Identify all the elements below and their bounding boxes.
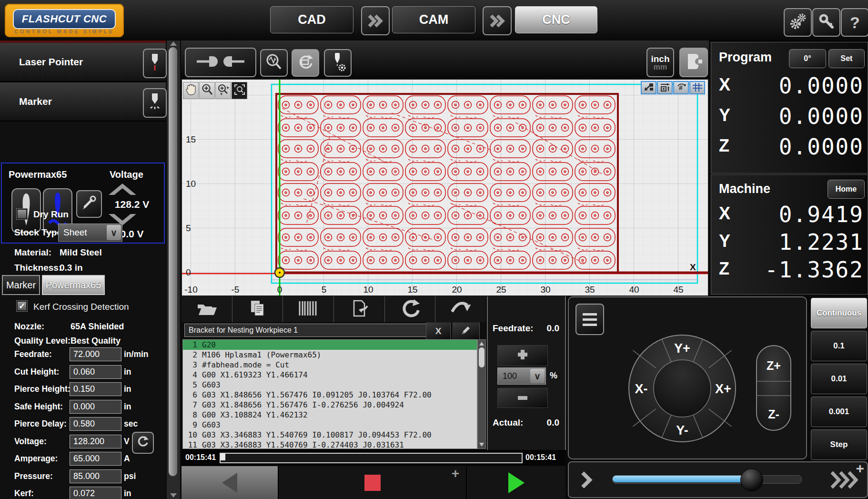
unit-toggle-button[interactable]: inch mm bbox=[646, 48, 674, 77]
jog-x-minus[interactable]: X- bbox=[635, 382, 648, 396]
jog-x-plus[interactable]: X+ bbox=[715, 382, 731, 396]
step-back-button[interactable] bbox=[182, 466, 278, 499]
pierce-delay-field[interactable] bbox=[70, 417, 121, 431]
scroll-down-arrow-icon[interactable] bbox=[170, 493, 177, 498]
toolpath-viewport[interactable]: -10 -5 0 5 10 15 20 25 30 35 40 45 15 10… bbox=[181, 79, 709, 296]
cut-height-field[interactable] bbox=[70, 365, 121, 379]
safe-height-field[interactable] bbox=[70, 400, 121, 414]
voltage-up-button[interactable] bbox=[106, 182, 139, 197]
program-list-button[interactable] bbox=[283, 296, 333, 322]
reload-program-button[interactable] bbox=[384, 296, 435, 322]
gcode-listing[interactable]: 1G20 2M106 Hplasma1 (Powermax65) 3#fabhe… bbox=[182, 339, 477, 449]
part-numbers-button[interactable]: # bbox=[673, 81, 689, 94]
gcode-line[interactable]: 9G603 bbox=[183, 420, 477, 430]
gcode-line[interactable]: 10G03 X3.346883 Y1.540769 I0.100817 J0.0… bbox=[183, 430, 477, 440]
help-button[interactable]: ? bbox=[841, 8, 868, 37]
gcode-line[interactable]: 5G603 bbox=[183, 380, 477, 390]
jog-mode-0p001[interactable]: 0.001 bbox=[811, 397, 867, 427]
head-setup-button[interactable] bbox=[324, 49, 352, 77]
tab-cad[interactable]: CAD bbox=[270, 6, 353, 33]
jog-wheel[interactable]: Y+ Y- X- X+ Z+ Z- bbox=[569, 297, 806, 458]
jog-mode-continuous[interactable]: Continuous bbox=[811, 298, 867, 328]
zoom-extents-button[interactable] bbox=[232, 82, 247, 99]
jog-mode-0p1[interactable]: 0.1 bbox=[811, 331, 867, 361]
home-button[interactable]: Home bbox=[828, 180, 865, 199]
gcode-line[interactable]: 7G03 X1.848656 Y1.567476 I-0.276256 J0.0… bbox=[183, 400, 477, 410]
park-head-button[interactable] bbox=[679, 48, 708, 77]
speed-plus-icon[interactable]: + bbox=[856, 460, 864, 477]
zoom-in-button[interactable] bbox=[199, 82, 215, 99]
settings-button[interactable] bbox=[784, 8, 812, 37]
feed-override-down-button[interactable] bbox=[497, 388, 548, 408]
grid-toggle-button[interactable] bbox=[689, 81, 705, 94]
diagnostics-button[interactable] bbox=[260, 49, 288, 77]
pressure-field[interactable] bbox=[70, 469, 121, 483]
program-coordinates-panel: Program 0° Set X 0.0000 Y 0.0000 Z 0.000… bbox=[711, 42, 868, 173]
jog-mode-0p01[interactable]: 0.01 bbox=[811, 364, 867, 394]
dry-run-checkbox[interactable] bbox=[17, 209, 27, 219]
marker-torch-icon bbox=[149, 92, 161, 113]
gcode-line[interactable]: 8G00 X3.108824 Y1.462132 bbox=[183, 410, 477, 420]
scroll-up-arrow-icon[interactable] bbox=[170, 41, 177, 46]
timeline-bar[interactable] bbox=[220, 453, 523, 463]
gcode-line[interactable]: 11G03 X3.346883 Y1.540769 I-0.274403 J0.… bbox=[183, 440, 477, 449]
pierce-height-field[interactable] bbox=[70, 382, 121, 396]
jog-y-minus[interactable]: Y- bbox=[676, 423, 688, 438]
set-button[interactable]: Set bbox=[828, 49, 865, 68]
zoom-window-button[interactable] bbox=[215, 82, 231, 99]
amperage-field[interactable] bbox=[70, 452, 121, 466]
filename-field[interactable] bbox=[184, 324, 430, 337]
tab-powermax-head[interactable]: Powermax65 bbox=[42, 275, 105, 295]
laser-pointer-toggle-button[interactable] bbox=[143, 49, 167, 78]
gcode-line[interactable]: 6G03 X1.848656 Y1.567476 I0.091205 J0.10… bbox=[183, 390, 477, 400]
dimensions-button[interactable] bbox=[657, 81, 673, 94]
kerf-crossing-checkbox[interactable]: ✓ bbox=[17, 301, 27, 311]
stop-button[interactable]: + bbox=[279, 466, 466, 499]
jog-z-plus[interactable]: Z+ bbox=[767, 359, 781, 372]
rotate-zero-button[interactable]: 0° bbox=[789, 49, 826, 68]
feedrate-field[interactable] bbox=[70, 347, 121, 361]
stock-type-select[interactable]: Sheet ∨ bbox=[58, 224, 122, 242]
feed-override-up-button[interactable] bbox=[497, 345, 548, 366]
edit-program-button[interactable] bbox=[452, 322, 480, 340]
add-marker-icon[interactable]: + bbox=[452, 466, 459, 481]
jog-mode-step[interactable]: Step bbox=[811, 429, 867, 460]
play-button[interactable] bbox=[467, 466, 565, 499]
marker-toggle-button[interactable] bbox=[143, 88, 167, 118]
gcode-line[interactable]: 4G00 X1.619323 Y1.466174 bbox=[183, 370, 477, 380]
tab-marker-head[interactable]: Marker bbox=[2, 275, 40, 295]
speed-decrease-chevron[interactable] bbox=[580, 471, 593, 491]
gcode-scrollbar[interactable] bbox=[477, 339, 486, 449]
sidebar-scrollbar[interactable] bbox=[167, 41, 180, 499]
jog-y-plus[interactable]: Y+ bbox=[674, 341, 690, 356]
gcode-scroll-thumb[interactable] bbox=[479, 347, 484, 367]
scroll-down-arrow-icon[interactable] bbox=[479, 443, 484, 447]
pan-button[interactable] bbox=[183, 82, 199, 99]
slider-knob[interactable] bbox=[740, 468, 763, 491]
close-program-button[interactable]: X bbox=[426, 322, 451, 340]
voltage-field[interactable] bbox=[70, 435, 121, 448]
gcode-line[interactable]: 3#fabhead.mode = Cut bbox=[183, 360, 477, 370]
connect-button[interactable] bbox=[185, 48, 256, 77]
tab-cam[interactable]: CAM bbox=[392, 6, 475, 33]
tab-cnc[interactable]: CNC bbox=[515, 6, 597, 33]
step-jump-button[interactable] bbox=[435, 296, 486, 322]
probe-button[interactable] bbox=[76, 190, 102, 218]
import-program-button[interactable] bbox=[333, 296, 384, 322]
jog-z-minus[interactable]: Z- bbox=[768, 407, 779, 421]
reset-table-button[interactable] bbox=[292, 49, 319, 77]
hash-rotate-icon: # bbox=[676, 82, 686, 93]
license-button[interactable] bbox=[812, 8, 840, 37]
scrollbar-thumb[interactable] bbox=[169, 47, 177, 476]
copy-program-button[interactable] bbox=[232, 296, 283, 322]
gcode-line[interactable]: 2M106 Hplasma1 (Powermax65) bbox=[183, 350, 477, 360]
fit-view-button[interactable] bbox=[641, 81, 656, 94]
kerf-field[interactable] bbox=[70, 487, 121, 499]
jog-speed-slider[interactable] bbox=[612, 475, 802, 484]
scroll-up-arrow-icon[interactable] bbox=[479, 342, 484, 346]
voltage-reset-button[interactable] bbox=[132, 432, 154, 454]
open-file-button[interactable] bbox=[182, 296, 232, 322]
gcode-line-current[interactable]: 1G20 bbox=[183, 340, 477, 350]
timeline-thumb[interactable] bbox=[221, 454, 225, 460]
feed-override-select[interactable]: 100 ∨ bbox=[497, 367, 546, 385]
